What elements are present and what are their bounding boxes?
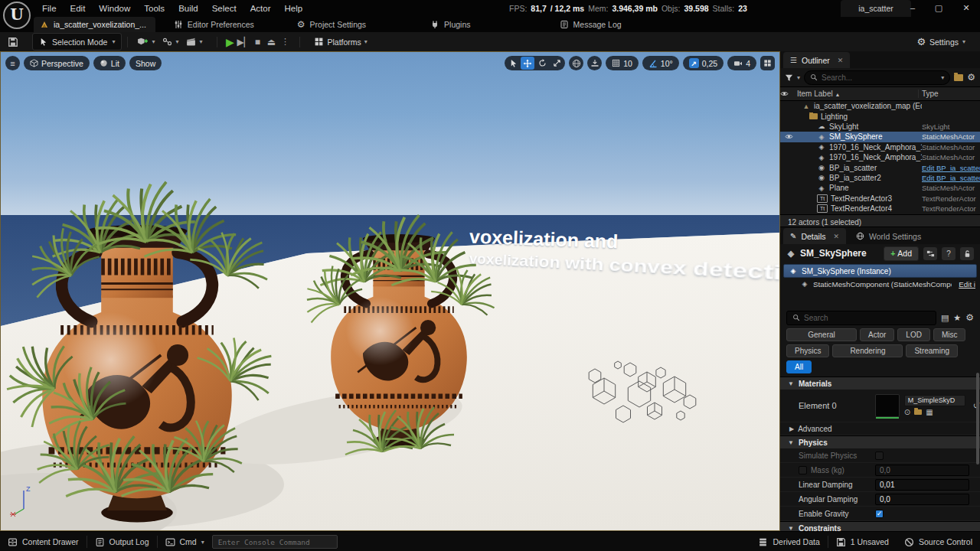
play-options-kebab-icon[interactable]: ⋮ — [278, 37, 292, 47]
tab-plugins[interactable]: Plugins — [423, 17, 478, 32]
maximize-viewport-button[interactable] — [760, 56, 775, 70]
perspective-dropdown[interactable]: Perspective — [24, 56, 90, 70]
outliner-row-textrenderactor4[interactable]: TtTextRenderActor4TextRenderActor — [780, 204, 980, 214]
details-settings-gear-icon[interactable]: ⚙ — [965, 312, 974, 323]
advanced-expander[interactable]: ▶ Advanced — [780, 422, 980, 435]
menu-item-help[interactable]: Help — [278, 0, 310, 17]
close-icon[interactable]: ✕ — [838, 57, 844, 64]
filter-misc[interactable]: Misc — [933, 328, 966, 341]
column-item-label[interactable]: Item Label ▲ — [797, 90, 918, 98]
stop-button[interactable]: ■ — [250, 37, 264, 47]
menu-item-tools[interactable]: Tools — [137, 0, 172, 17]
play-button[interactable]: ▶ — [223, 36, 237, 48]
rotation-snap-control[interactable]: 10° — [642, 56, 679, 70]
blueprints-button[interactable]: ▾ — [158, 34, 182, 50]
material-picker-icon[interactable]: ▦ — [926, 408, 933, 416]
material-select-dropdown[interactable]: M_SimpleSkyD — [904, 395, 965, 406]
viewport-options-menu[interactable]: ≡ — [5, 56, 20, 70]
unsaved-changes-button[interactable]: 1 Unsaved — [828, 532, 897, 551]
camera-speed-control[interactable]: 4 — [727, 56, 756, 70]
lock-details-button[interactable] — [960, 247, 974, 260]
section-materials[interactable]: ▼ Materials — [780, 377, 980, 390]
outliner-search-input[interactable]: Search... ▾ — [804, 70, 950, 85]
use-selected-asset-icon[interactable]: ⊙ — [904, 408, 910, 416]
visibility-toggle[interactable] — [780, 132, 797, 141]
section-physics[interactable]: ▼ Physics — [780, 435, 980, 448]
console-command-input[interactable]: Enter Console Command — [212, 535, 338, 549]
outliner-row-lighting[interactable]: Lighting — [780, 111, 980, 121]
outliner-row-skylight[interactable]: ☁SkyLightSkyLight — [780, 122, 980, 132]
outliner-row-ia-scatter-voxelization-map-editor-[interactable]: ▲ia_scatter_voxelization_map (Editor) — [780, 101, 980, 111]
rotate-tool-button[interactable] — [535, 57, 549, 70]
settings-dropdown[interactable]: ⚙ Settings ▾ — [913, 34, 969, 50]
move-tool-button[interactable] — [521, 57, 534, 70]
details-search-input[interactable]: Search — [786, 311, 936, 325]
help-button[interactable]: ? — [942, 247, 956, 260]
outliner-row-plane[interactable]: ◈PlaneStaticMeshActor — [780, 183, 980, 193]
linear-damping-field[interactable]: 0,01 — [875, 479, 969, 491]
maximize-button[interactable]: ▢ — [928, 0, 949, 17]
content-drawer-button[interactable]: Content Drawer — [0, 532, 87, 551]
simulate-physics-checkbox[interactable] — [875, 452, 884, 460]
create-folder-icon[interactable] — [954, 74, 963, 81]
instance-root-row[interactable]: ◈ SM_SkySphere (Instance) — [783, 264, 977, 278]
mass-kg--override-checkbox[interactable] — [799, 466, 807, 474]
favorites-star-icon[interactable]: ★ — [953, 313, 961, 323]
tab-message-log[interactable]: Message Log — [552, 17, 629, 32]
cmd-dropdown[interactable]: Cmd ▾ — [158, 532, 212, 551]
filter-all[interactable]: All — [786, 360, 812, 373]
filter-actor[interactable]: Actor — [860, 328, 894, 341]
eject-button[interactable]: ⏏ — [264, 37, 278, 47]
outliner-row-textrenderactor3[interactable]: TtTextRenderActor3TextRenderActor — [780, 194, 980, 204]
visibility-eye-icon[interactable] — [785, 132, 793, 141]
show-dropdown[interactable]: Show — [129, 56, 162, 70]
outliner-row-1970-16-neck-amphora-100k[interactable]: ◈1970_16_Neck_Amphora_100KStaticMeshActo… — [780, 142, 980, 152]
menu-item-select[interactable]: Select — [205, 0, 243, 17]
tab-details[interactable]: ✎ Details ✕ — [783, 228, 846, 244]
filter-streaming[interactable]: Streaming — [906, 344, 958, 357]
output-log-button[interactable]: Output Log — [87, 532, 157, 551]
tab-outliner[interactable]: ☰ Outliner ✕ — [783, 52, 850, 68]
menu-item-edit[interactable]: Edit — [64, 0, 93, 17]
column-type[interactable]: Type — [918, 90, 980, 98]
outliner-row-sm-skysphere[interactable]: ◈SM_SkySphereStaticMeshActor — [780, 132, 980, 142]
menu-item-file[interactable]: File — [35, 0, 64, 17]
filter-rendering[interactable]: Rendering — [832, 344, 903, 357]
edit-blueprint-link[interactable]: Edit BP_ia_scatter — [922, 174, 980, 182]
scale-snap-control[interactable]: ↗ 0,25 — [683, 56, 724, 70]
tab-project-settings[interactable]: ⚙Project Settings — [289, 17, 374, 32]
unreal-logo-icon[interactable]: U — [3, 2, 31, 29]
component-row[interactable]: ◈ StaticMeshComponent (StaticMeshCompone… — [780, 278, 980, 290]
lit-dropdown[interactable]: Lit — [93, 56, 126, 70]
browse-to-asset-icon[interactable] — [914, 409, 922, 415]
derived-data-button[interactable]: Derived Data — [750, 532, 827, 551]
edit-component-link[interactable]: Edit i — [959, 280, 975, 289]
tab-world-settings[interactable]: World Settings — [849, 228, 928, 244]
add-component-button[interactable]: + Add — [884, 246, 919, 261]
edit-blueprint-link[interactable]: Edit BP_ia_scatter — [922, 164, 980, 172]
add-actor-button[interactable]: ▾ — [133, 34, 158, 50]
level-viewport[interactable]: voxelization and voxelization with conve… — [0, 51, 780, 531]
filter-lod[interactable]: LOD — [897, 328, 930, 341]
scene-canvas[interactable] — [1, 52, 779, 530]
surface-snapping-button[interactable] — [587, 56, 602, 70]
menu-item-window[interactable]: Window — [92, 0, 137, 17]
outliner-row-1970-16-neck-amphora-100k2[interactable]: ◈1970_16_Neck_Amphora_100K2StaticMeshAct… — [780, 152, 980, 162]
platforms-dropdown[interactable]: Platforms ▾ — [310, 34, 371, 50]
outliner-row-bp-ia-scatter2[interactable]: ◉BP_ia_scatter2Edit BP_ia_scatter — [780, 173, 980, 183]
chevron-down-icon[interactable]: ▾ — [797, 74, 800, 81]
frame-skip-button[interactable]: ▶▏ — [237, 37, 250, 47]
close-icon[interactable]: ✕ — [834, 233, 840, 240]
filter-general[interactable]: General — [786, 328, 857, 341]
menu-item-build[interactable]: Build — [172, 0, 205, 17]
menu-item-actor[interactable]: Actor — [243, 0, 278, 17]
display-filter-icon[interactable]: ▤ — [941, 313, 949, 323]
select-tool-button[interactable] — [506, 57, 520, 70]
save-button[interactable] — [8, 37, 18, 47]
convert-to-blueprint-button[interactable] — [923, 247, 937, 260]
angular-damping-field[interactable]: 0,0 — [875, 494, 969, 505]
filter-physics[interactable]: Physics — [786, 344, 829, 357]
enable-gravity-checkbox[interactable]: ✓ — [875, 510, 884, 518]
tab-level-active[interactable]: ia_scatter_voxelization_... — [34, 17, 155, 32]
viewport-overlay-text[interactable]: voxelization and voxelization with conve… — [469, 228, 709, 267]
